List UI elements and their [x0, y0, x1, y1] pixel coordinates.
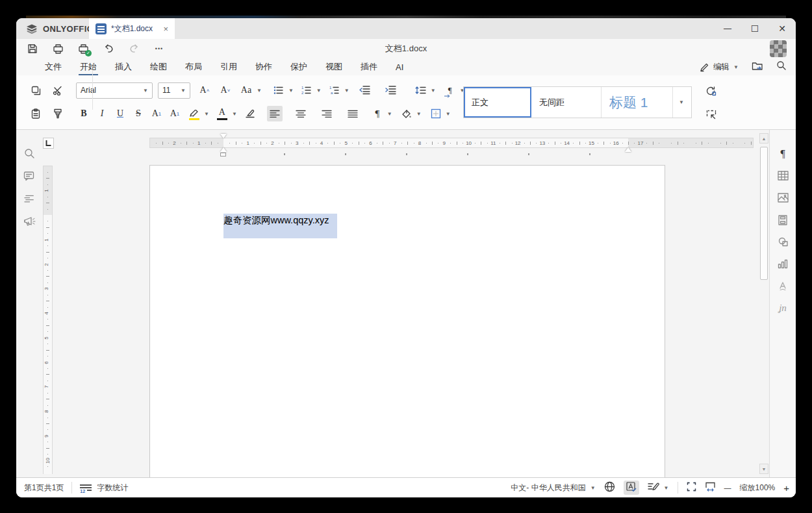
- tab-draw[interactable]: 绘图: [141, 58, 176, 75]
- increase-indent-button[interactable]: [383, 82, 399, 98]
- fit-page-button[interactable]: [687, 482, 696, 494]
- style-heading1[interactable]: 标题 1: [602, 87, 673, 118]
- scroll-up-arrow[interactable]: ▲: [759, 133, 768, 144]
- redo-button[interactable]: [128, 43, 140, 55]
- spell-check-toggle[interactable]: [624, 481, 639, 495]
- document-page[interactable]: 趣奇资源网www.qqzy.xyz: [149, 165, 665, 477]
- style-no-spacing[interactable]: 无间距: [531, 87, 602, 118]
- align-center-button[interactable]: [293, 106, 309, 121]
- shading-button[interactable]: [399, 106, 414, 121]
- italic-button[interactable]: I: [94, 106, 110, 121]
- page-number-indicator[interactable]: 第1页共1页: [24, 482, 64, 494]
- paragraph-settings-icon[interactable]: ¶: [776, 147, 790, 160]
- underline-button[interactable]: U: [112, 106, 128, 121]
- clear-style-button[interactable]: [242, 106, 258, 121]
- shape-settings-icon[interactable]: [776, 236, 790, 248]
- undo-button[interactable]: [103, 43, 114, 55]
- fit-width-button[interactable]: [705, 482, 716, 494]
- text-art-settings-icon[interactable]: [776, 280, 790, 292]
- header-footer-settings-icon[interactable]: [776, 214, 790, 226]
- align-left-button[interactable]: [267, 106, 283, 121]
- tab-view[interactable]: 视图: [316, 58, 351, 75]
- feedback-icon[interactable]: [22, 215, 36, 228]
- close-button[interactable]: ✕: [768, 18, 796, 39]
- signature-settings-icon[interactable]: ʝn: [776, 302, 790, 314]
- zoom-value[interactable]: 缩放100%: [740, 482, 776, 494]
- vertical-ruler[interactable]: 112345678910: [43, 166, 53, 474]
- user-avatar[interactable]: [770, 40, 787, 57]
- ruler-tick: [530, 142, 531, 145]
- first-line-indent-marker[interactable]: [220, 134, 227, 138]
- numbering-button[interactable]: 12: [299, 82, 314, 98]
- decrease-indent-button[interactable]: [357, 82, 373, 98]
- bullets-button[interactable]: [271, 82, 286, 98]
- maximize-button[interactable]: ☐: [741, 18, 768, 39]
- text-selection[interactable]: 趣奇资源网www.qqzy.xyz: [223, 214, 337, 238]
- navigation-headings-icon[interactable]: [22, 192, 36, 205]
- language-selector[interactable]: 中文- 中华人民共和国: [511, 482, 585, 494]
- comments-icon[interactable]: [22, 169, 36, 182]
- document-tab-title: *文档1.docx: [111, 23, 153, 34]
- tab-stop-selector[interactable]: [43, 138, 54, 149]
- image-settings-icon[interactable]: [776, 192, 790, 204]
- replace-button[interactable]: [704, 83, 719, 99]
- scroll-down-arrow[interactable]: ▼: [759, 464, 768, 474]
- tab-ai[interactable]: AI: [387, 58, 412, 75]
- align-right-button[interactable]: [319, 106, 335, 121]
- word-count-label[interactable]: 字数统计: [97, 482, 128, 494]
- borders-button[interactable]: [428, 106, 444, 121]
- style-normal[interactable]: 正文: [464, 87, 531, 118]
- open-file-location-button[interactable]: [752, 61, 763, 73]
- tab-references[interactable]: 引用: [211, 58, 246, 75]
- multilevel-list-button[interactable]: 1a: [327, 82, 342, 98]
- print-button[interactable]: [52, 43, 64, 55]
- minimize-button[interactable]: —: [714, 18, 741, 39]
- tab-protection[interactable]: 保护: [281, 58, 316, 75]
- font-color-button[interactable]: A: [214, 106, 230, 121]
- tab-file[interactable]: 文件: [36, 58, 71, 75]
- quick-print-button[interactable]: ✓: [77, 43, 89, 55]
- subscript-button[interactable]: A1: [167, 106, 183, 121]
- zoom-in-button[interactable]: +: [783, 482, 789, 494]
- paragraph-direction-button[interactable]: ¶: [442, 82, 458, 98]
- find-icon[interactable]: [22, 147, 36, 160]
- superscript-button[interactable]: A1: [149, 106, 164, 121]
- bold-button[interactable]: B: [76, 106, 92, 121]
- decrease-font-size-button[interactable]: A˅: [218, 82, 233, 98]
- ruler-tick: [47, 233, 48, 234]
- tab-layout[interactable]: 布局: [176, 58, 211, 75]
- close-tab-icon[interactable]: ×: [163, 24, 168, 34]
- horizontal-ruler[interactable]: 211234567891011121314151617: [149, 138, 754, 148]
- chart-settings-icon[interactable]: [776, 258, 790, 270]
- zoom-out-button[interactable]: —: [724, 484, 731, 492]
- increase-font-size-button[interactable]: A˄: [197, 82, 212, 98]
- document-tab[interactable]: *文档1.docx ×: [89, 18, 175, 39]
- search-button[interactable]: [776, 60, 787, 73]
- tab-home[interactable]: 开始: [71, 58, 106, 75]
- change-case-button[interactable]: Aa: [238, 82, 254, 98]
- font-size-select[interactable]: 11▼: [158, 82, 190, 99]
- copy-button[interactable]: [28, 82, 44, 98]
- scrollbar-thumb[interactable]: [760, 147, 768, 280]
- customize-quick-access-button[interactable]: •••: [153, 43, 165, 55]
- line-spacing-button[interactable]: [413, 82, 429, 98]
- paste-button[interactable]: [28, 106, 44, 121]
- save-button[interactable]: [27, 43, 38, 55]
- select-all-button[interactable]: [704, 106, 719, 122]
- tab-collaboration[interactable]: 协作: [246, 58, 281, 75]
- tab-insert[interactable]: 插入: [106, 58, 141, 75]
- nonprinting-characters-button[interactable]: ¶: [370, 106, 385, 121]
- font-name-select[interactable]: Arial▼: [76, 82, 153, 99]
- editing-mode-dropdown[interactable]: 编辑▼: [700, 62, 739, 73]
- styles-gallery-expand[interactable]: ▼: [673, 87, 690, 118]
- strikethrough-button[interactable]: S: [131, 106, 146, 121]
- copy-style-button[interactable]: [50, 106, 66, 121]
- justify-button[interactable]: [345, 106, 361, 121]
- highlight-color-button[interactable]: [186, 106, 202, 121]
- track-changes-button[interactable]: [648, 482, 659, 494]
- cut-button[interactable]: [50, 82, 66, 98]
- table-settings-icon[interactable]: [776, 169, 790, 182]
- vertical-scrollbar[interactable]: ▲ ▼: [759, 130, 769, 477]
- set-language-globe-icon[interactable]: [604, 481, 615, 494]
- tab-plugins[interactable]: 插件: [351, 58, 387, 75]
